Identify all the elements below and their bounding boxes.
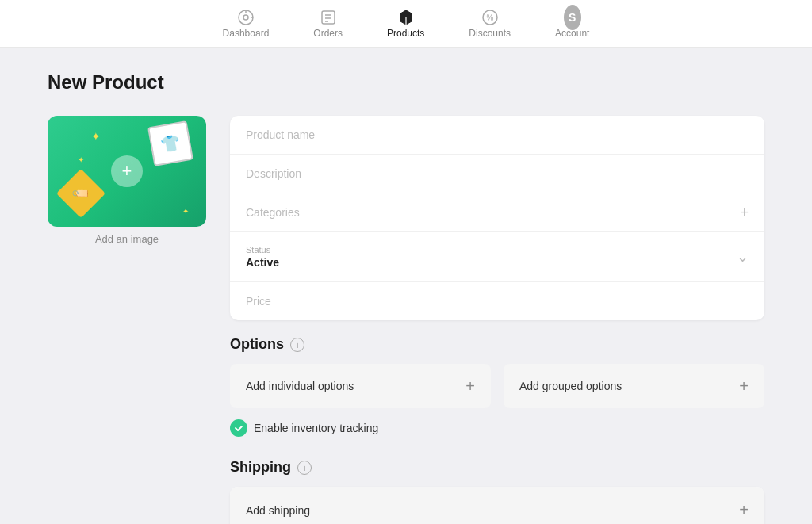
add-individual-options-label: Add individual options — [246, 380, 354, 392]
add-individual-plus-icon: + — [465, 378, 475, 394]
shipping-plus-icon: + — [739, 501, 749, 519]
dashboard-icon — [237, 9, 255, 26]
star-deco-2: ✦ — [182, 207, 189, 216]
nav-orders-label: Orders — [313, 28, 343, 39]
diamond-inner: 🏷️ — [63, 176, 98, 211]
price-field — [230, 282, 764, 320]
nav-discounts[interactable]: % Discounts — [462, 4, 517, 44]
options-heading: Options — [230, 336, 284, 353]
categories-add-icon[interactable]: + — [740, 205, 749, 221]
status-value: Active — [246, 256, 279, 269]
inventory-toggle-icon[interactable] — [230, 419, 247, 437]
shipping-card: Add shipping + — [230, 487, 764, 524]
shipping-header: Shipping i — [230, 459, 764, 476]
svg-text:%: % — [486, 13, 493, 22]
add-grouped-options-button[interactable]: Add grouped options + — [504, 364, 764, 408]
nav-account-label: Account — [555, 28, 589, 39]
nav-products-label: Products — [387, 28, 424, 39]
add-grouped-options-label: Add grouped options — [519, 380, 622, 392]
shipping-heading: Shipping — [230, 459, 291, 476]
nav-dashboard-label: Dashboard — [223, 28, 270, 39]
categories-placeholder: Categories — [246, 206, 749, 219]
star-deco-3: ✦ — [78, 155, 84, 164]
star-deco-1: ✦ — [91, 130, 101, 143]
products-icon — [397, 9, 415, 26]
options-section: Options i Add individual options + Add g… — [230, 336, 764, 437]
orders-icon — [320, 9, 337, 26]
nav-dashboard[interactable]: Dashboard — [216, 4, 276, 44]
categories-field[interactable]: Categories + — [230, 193, 764, 232]
main-nav: Dashboard Orders Products — [0, 0, 812, 48]
description-field — [230, 155, 764, 193]
status-label: Status — [246, 245, 270, 254]
status-field[interactable]: Status Active ⌄ — [230, 232, 764, 282]
main-form-card: Categories + Status Active ⌄ — [230, 116, 764, 320]
add-shipping-button[interactable]: Add shipping + — [230, 487, 764, 524]
nav-orders[interactable]: Orders — [307, 4, 349, 44]
nav-products[interactable]: Products — [381, 4, 431, 44]
options-info-icon[interactable]: i — [290, 338, 304, 352]
add-shipping-label: Add shipping — [246, 504, 310, 517]
page-title: New Product — [48, 71, 764, 94]
product-form: Categories + Status Active ⌄ Optio — [230, 116, 764, 524]
shipping-section: Shipping i Add shipping + — [230, 459, 764, 524]
product-name-input[interactable] — [246, 128, 749, 141]
shipping-info-icon[interactable]: i — [297, 461, 312, 475]
inventory-label: Enable inventory tracking — [254, 422, 378, 434]
inventory-tracking-row: Enable inventory tracking — [230, 419, 764, 437]
discounts-icon: % — [481, 9, 499, 26]
avatar: S — [564, 5, 581, 30]
options-header: Options i — [230, 336, 764, 353]
account-icon: S — [564, 9, 581, 26]
image-placeholder[interactable]: 👕 🏷️ ✦ ✦ ✦ + — [48, 116, 206, 227]
image-upload-section: 👕 🏷️ ✦ ✦ ✦ + Add an image — [48, 116, 206, 245]
nav-account[interactable]: S Account — [549, 4, 596, 44]
nav-discounts-label: Discounts — [469, 28, 511, 39]
add-image-button[interactable]: + — [111, 155, 143, 187]
shirt-decoration: 👕 — [147, 120, 193, 166]
description-input[interactable] — [246, 167, 749, 180]
product-name-field — [230, 116, 764, 155]
add-grouped-plus-icon: + — [739, 378, 749, 394]
add-individual-options-button[interactable]: Add individual options + — [230, 364, 491, 408]
price-input[interactable] — [246, 295, 749, 308]
options-buttons-row: Add individual options + Add grouped opt… — [230, 364, 764, 408]
svg-point-1 — [243, 15, 248, 20]
image-caption: Add an image — [95, 233, 159, 245]
status-dropdown-icon[interactable]: ⌄ — [737, 248, 749, 266]
